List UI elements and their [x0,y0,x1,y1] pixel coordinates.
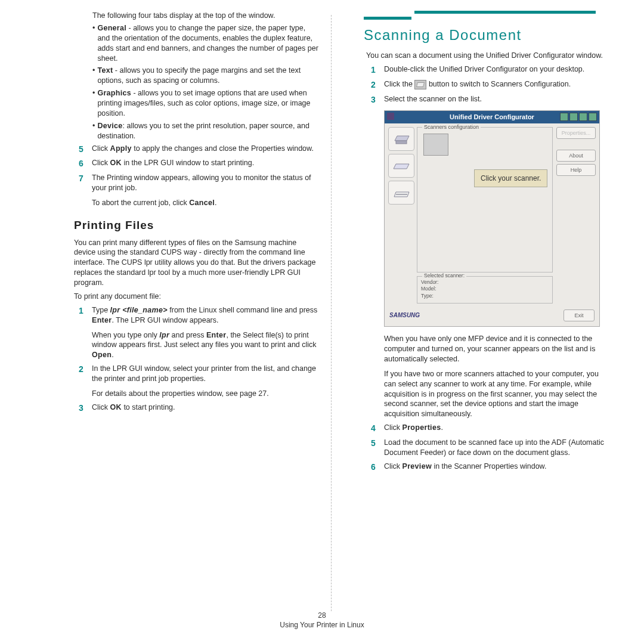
selected-scanner-fieldset: Selected scanner: Vendor: Model: Type: [417,276,553,304]
printing-lead: To print any document file: [74,292,319,302]
scan-intro: You can scan a document using the Unifie… [366,51,611,61]
page: The following four tabs display at the t… [0,0,644,476]
scan-step-2: 2Click the button to switch to Scanners … [371,79,611,91]
dialog-sidebar [388,127,413,304]
page-footer: 28 Using Your Printer in Linux [0,611,644,629]
scan-step-1: 1Double-click the Unified Driver Configu… [371,64,611,76]
properties-button[interactable]: Properties... [556,127,596,139]
scan-step-6: 6Click Preview in the Scanner Properties… [371,462,611,473]
chapter-title: Using Your Printer in Linux [0,621,644,629]
scan-step-3: 3Select the scanner on the list. [371,94,611,106]
scan-note-1: When you have only one MFP device and it… [384,334,611,364]
section-head-scanning: Scanning a Document [364,26,611,45]
model-label: Model: [421,286,549,292]
exit-button[interactable]: Exit [564,309,595,321]
step-7: 7The Printing window appears, allowing y… [79,173,319,193]
tab-device: •Device: allows you to set the print res… [92,121,319,141]
vendor-label: Vendor: [421,279,549,286]
close-icon[interactable] [589,113,597,121]
scanners-fieldset: Scanners configuration Click your scanne… [417,127,553,273]
tab-text: •Text - allows you to specify the page m… [92,66,319,86]
callout-label: Click your scanner. [474,169,547,187]
ports-tab-icon[interactable] [388,181,414,205]
column-divider [331,15,332,611]
teal-rule [364,11,611,26]
about-button[interactable]: About [556,150,596,162]
scan-note-2: If you have two or more scanners attache… [384,369,611,419]
maximize-icon[interactable] [579,113,587,121]
b-step-1-note: When you type only lpr and press Enter, … [92,330,319,361]
type-label: Type: [421,293,549,299]
svg-rect-1 [396,141,407,144]
b-step-3: 3Click OK to start printing. [79,402,319,414]
tab-graphics: •Graphics - allows you to set image opti… [92,88,319,119]
step-7-note: To abort the current job, click Cancel. [92,198,319,208]
left-column: The following four tabs display at the t… [72,11,328,476]
printers-tab-icon[interactable] [388,127,414,151]
help-button[interactable]: Help [556,164,596,176]
scan-step-5: 5Load the document to be scanned face up… [371,438,611,458]
minimize-icon[interactable] [569,113,578,121]
svg-marker-2 [394,164,409,169]
dialog-titlebar: Unified Driver Configurator [385,111,599,123]
page-number: 28 [0,611,644,620]
configurator-dialog: Unified Driver Configurator Scanners con… [384,110,600,327]
printing-intro: You can print many different types of fi… [74,238,319,288]
help-button-icon[interactable] [560,113,568,121]
step-6: 6Click OK in the LPR GUI window to start… [79,158,319,169]
right-column: Scanning a Document You can scan a docum… [328,11,611,476]
subhead-printing-files: Printing Files [74,218,319,233]
sys-menu-icon [387,113,394,120]
samsung-logo: SAMSUNG [389,311,420,320]
scanners-tab-icon[interactable] [388,154,414,178]
b-step-2: 2In the LPR GUI window, select your prin… [79,364,319,384]
b-step-1: 1Type lpr <file_name> from the Linux she… [79,305,319,326]
step-5: 5Click Apply to apply the changes and cl… [79,144,319,155]
scan-step-4: 4Click Properties. [371,423,611,434]
tabs-intro: The following four tabs display at the t… [92,11,319,21]
scanner-icon [414,80,426,89]
scanner-list-item[interactable] [423,134,448,156]
svg-marker-0 [395,136,409,141]
b-step-2-note: For details about the properties window,… [92,389,319,399]
tab-general: •General - allows you to change the pape… [92,23,319,64]
dialog-title: Unified Driver Configurator [450,113,534,120]
